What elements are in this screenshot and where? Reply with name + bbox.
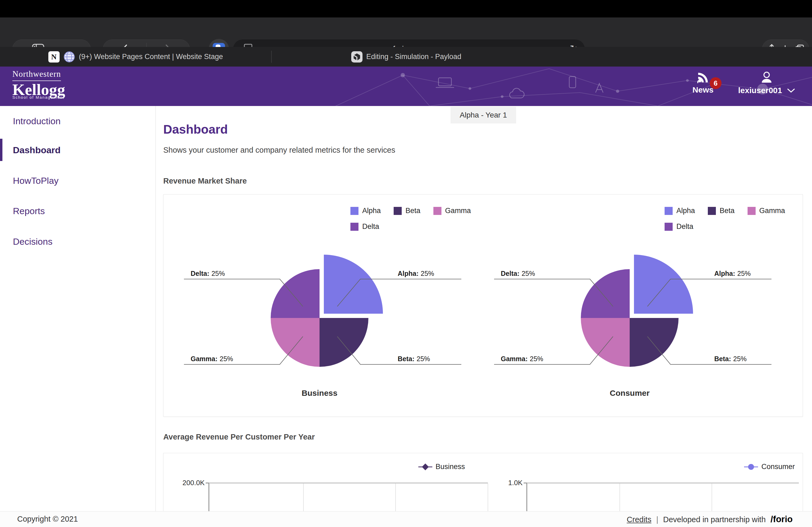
- legend-item-delta[interactable]: Delta: [350, 223, 501, 231]
- beta-swatch: [394, 207, 402, 215]
- sidebar-item-decisions[interactable]: Decisions: [13, 236, 52, 247]
- pie-slice-delta: [271, 269, 320, 318]
- callout-delta: Delta:25%: [191, 270, 225, 277]
- sidebar-active-indicator: [0, 139, 2, 161]
- legend-item-alpha[interactable]: Alpha: [350, 207, 381, 215]
- line-legend-business[interactable]: Business: [418, 463, 465, 471]
- rss-icon: [697, 72, 709, 83]
- credits-link[interactable]: Credits: [627, 515, 651, 524]
- callout-alpha: Alpha:25%: [398, 270, 434, 277]
- notion-icon: N: [48, 51, 60, 62]
- pie-consumer: [581, 255, 693, 367]
- user-icon: [760, 71, 773, 84]
- copyright-text: Copyright © 2021: [17, 515, 78, 524]
- pie-slice-delta: [581, 269, 630, 318]
- sidebar: [0, 106, 156, 511]
- y-axis-top-consumer: 1.0K: [508, 479, 523, 487]
- gamma-swatch: [748, 207, 756, 215]
- phone-glyph: [569, 76, 576, 88]
- app-header: Northwestern Kellogg School of Managemen…: [0, 66, 812, 106]
- logo-school: School of Management: [12, 95, 65, 100]
- page-subtitle: Shows your customer and company related …: [163, 146, 395, 154]
- legend-item-gamma[interactable]: Gamma: [748, 207, 785, 215]
- sidebar-item-dashboard[interactable]: Dashboard: [13, 145, 61, 155]
- tab-strip: N (9+) Website Pages Content | Website S…: [0, 47, 812, 66]
- chevron-down-icon: [787, 88, 795, 93]
- browser-toolbar: forio.com ↻: [0, 17, 812, 47]
- callout-delta: Delta:25%: [501, 270, 535, 277]
- pie-caption-business: Business: [302, 389, 337, 397]
- logo-northwestern: Northwestern: [12, 69, 61, 81]
- legend-item-delta[interactable]: Delta: [665, 223, 812, 231]
- tab-label: (9+) Website Pages Content | Website Sta…: [79, 52, 223, 61]
- forio-logo: /forio: [771, 514, 793, 524]
- sidebar-item-reports[interactable]: Reports: [13, 206, 45, 216]
- news-badge: 6: [710, 77, 722, 89]
- legend-item-beta[interactable]: Beta: [708, 207, 735, 215]
- cloud-glyph: [510, 88, 524, 98]
- section-title-avg-revenue: Average Revenue Per Customer Per Year: [163, 433, 315, 441]
- pie-business: [271, 255, 383, 367]
- pie-slice-beta: [320, 318, 368, 367]
- globe-icon: [63, 51, 75, 63]
- alpha-swatch: [350, 207, 359, 215]
- pie-slice-beta: [630, 318, 679, 367]
- callout-gamma: Gamma:25%: [501, 355, 543, 362]
- callout-beta: Beta:25%: [398, 355, 430, 362]
- pie-slice-gamma: [581, 318, 630, 367]
- tab-label: Editing - Simulation - Payload: [366, 52, 461, 61]
- callout-alpha: Alpha:25%: [714, 270, 751, 277]
- screen: forio.com ↻: [0, 0, 812, 527]
- legend-item-beta[interactable]: Beta: [394, 207, 420, 215]
- pie-slice-alpha: [634, 255, 693, 314]
- gamma-swatch: [433, 207, 441, 215]
- callout-beta: Beta:25%: [714, 355, 747, 362]
- line-legend-consumer[interactable]: Consumer: [744, 463, 795, 471]
- pie-legend-business: Alpha Beta Gamma Delta: [350, 207, 501, 231]
- pie-slice-gamma: [271, 318, 320, 367]
- user-menu[interactable]: lexiuser001: [736, 71, 798, 95]
- antenna-glyph: [596, 84, 603, 93]
- tab-website-pages[interactable]: N (9+) Website Pages Content | Website S…: [0, 47, 271, 66]
- legend-item-alpha[interactable]: Alpha: [665, 207, 695, 215]
- pie-legend-consumer: Alpha Beta Gamma Delta: [665, 207, 812, 231]
- delta-swatch: [665, 223, 673, 231]
- footer-separator: |: [656, 515, 658, 524]
- sidebar-item-howtoplay[interactable]: HowToPlay: [13, 176, 59, 186]
- kellogg-logo[interactable]: Northwestern Kellogg School of Managemen…: [12, 69, 65, 100]
- pie-caption-consumer: Consumer: [610, 389, 650, 397]
- circle-marker: [744, 463, 758, 470]
- alpha-swatch: [665, 207, 673, 215]
- menu-bar-strip: [0, 0, 812, 17]
- pie-slice-alpha: [324, 255, 383, 314]
- page-title: Dashboard: [163, 122, 228, 137]
- run-status-badge: Alpha - Year 1: [451, 107, 516, 123]
- payload-icon: [351, 51, 362, 62]
- diamond-marker: [418, 463, 432, 470]
- footer: Copyright © 2021 Credits | Developed in …: [0, 511, 812, 527]
- partnership-text: Developed in partnership with: [663, 515, 766, 524]
- y-axis-top-business: 200.0K: [183, 479, 205, 487]
- callout-gamma: Gamma:25%: [191, 355, 233, 362]
- section-title-market-share: Revenue Market Share: [163, 177, 247, 185]
- tab-payload-editing[interactable]: Editing - Simulation - Payload: [271, 47, 541, 66]
- username: lexiuser001: [738, 86, 782, 95]
- beta-swatch: [708, 207, 716, 215]
- sidebar-item-introduction[interactable]: Introduction: [13, 116, 61, 126]
- delta-swatch: [350, 223, 359, 231]
- legend-item-gamma[interactable]: Gamma: [433, 207, 471, 215]
